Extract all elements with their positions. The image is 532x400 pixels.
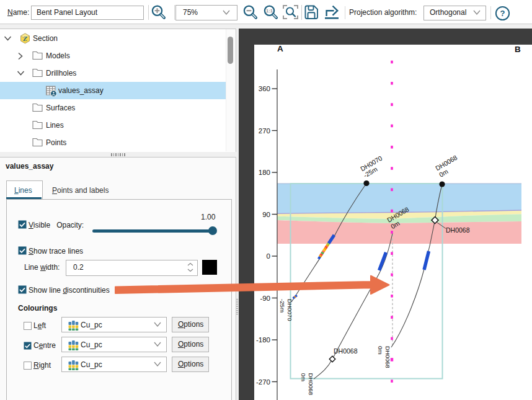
svg-text:DH00680m: DH00680m (434, 153, 463, 178)
svg-text:B: B (515, 45, 521, 54)
svg-text:A: A (277, 45, 283, 53)
svg-text:180: 180 (259, 169, 270, 176)
svg-text:DH0068: DH0068 (334, 347, 358, 355)
svg-text:90: 90 (262, 211, 270, 218)
svg-text:0: 0 (267, 252, 270, 260)
svg-text:DH0070-25m: DH0070-25m (358, 154, 387, 179)
svg-text:270: 270 (259, 127, 270, 135)
svg-text:?: ? (500, 9, 505, 18)
svg-text:360: 360 (259, 85, 270, 92)
svg-text:-180: -180 (256, 336, 270, 344)
svg-text:DH0068: DH0068 (446, 226, 470, 234)
svg-text:-270: -270 (256, 378, 270, 386)
svg-text:DH00680m: DH00680m (300, 373, 314, 396)
svg-text:DH00680m: DH00680m (377, 346, 391, 368)
svg-text:Z: Z (22, 35, 27, 42)
svg-text:1:1: 1:1 (266, 8, 273, 14)
